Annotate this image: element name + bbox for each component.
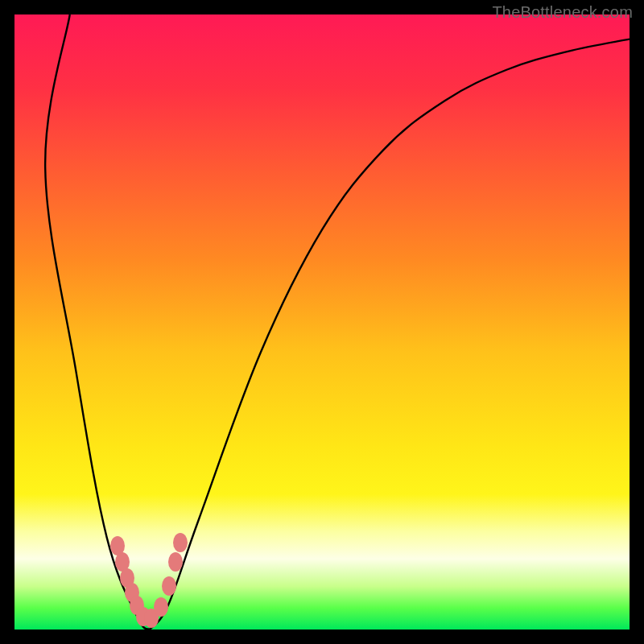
data-marker	[168, 552, 183, 572]
data-marker	[173, 533, 188, 552]
chart-frame: TheBottleneck.com	[0, 0, 644, 644]
data-marker	[154, 597, 168, 617]
data-marker	[162, 576, 176, 596]
plot-svg	[14, 14, 630, 630]
plot-area	[14, 14, 630, 630]
watermark-text: TheBottleneck.com	[492, 3, 633, 22]
